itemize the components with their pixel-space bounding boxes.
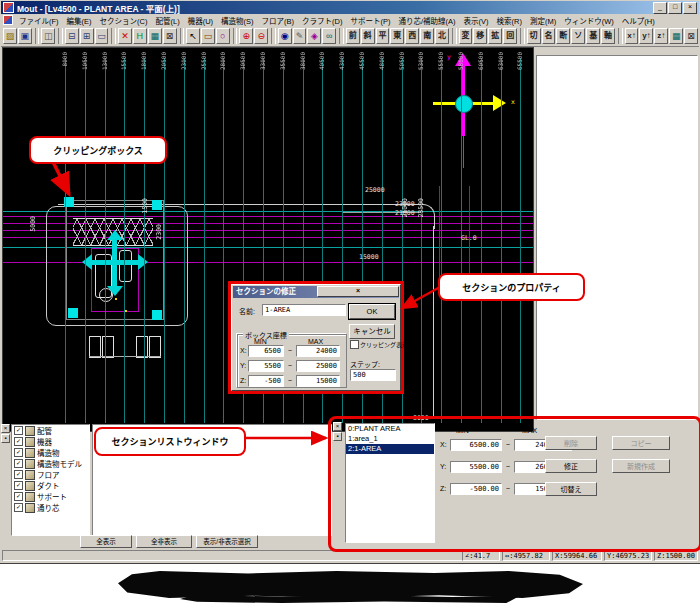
edit-button-0[interactable]: 変: [459, 28, 473, 44]
layer-checkbox[interactable]: ✓: [14, 481, 23, 490]
minimize-button[interactable]: _: [653, 2, 667, 14]
table-icon[interactable]: ▦: [148, 28, 162, 44]
section-button-4[interactable]: 切替え: [545, 482, 597, 496]
dialog-max-field[interactable]: 24000: [296, 345, 340, 357]
paste-icon[interactable]: ◫: [41, 28, 55, 44]
menu-item-5[interactable]: 構造物(S): [217, 15, 258, 26]
section-list-item-0[interactable]: 0:PLANT AREA: [346, 424, 434, 434]
section-list[interactable]: 0:PLANT AREA1:area_12:1-AREA: [345, 423, 435, 543]
ok-button[interactable]: OK: [349, 304, 395, 319]
save-icon[interactable]: ▣: [18, 28, 32, 44]
clipping-checkbox[interactable]: [350, 340, 359, 349]
menu-item-12[interactable]: 測定(M): [526, 15, 560, 26]
section-min-field[interactable]: -500.00: [450, 483, 502, 495]
close-button[interactable]: ×: [683, 2, 697, 14]
section-button-5[interactable]: 軸: [601, 28, 615, 44]
section-list-item-2[interactable]: 2:1-AREA: [346, 444, 434, 454]
dialog-min-field[interactable]: 5500: [248, 360, 284, 372]
edit-button-2[interactable]: 拡: [488, 28, 502, 44]
layer-checkbox[interactable]: ✓: [14, 492, 23, 501]
zoom-out-icon[interactable]: ⊖: [254, 28, 268, 44]
menu-item-10[interactable]: 表示(V): [460, 15, 493, 26]
step-field[interactable]: 500: [350, 369, 396, 381]
section-list-item-1[interactable]: 1:area_1: [346, 434, 434, 444]
maximize-button[interactable]: □: [668, 2, 682, 14]
section-button-1[interactable]: コピー: [612, 436, 670, 450]
cascade-icon[interactable]: ▭: [95, 28, 109, 44]
clipping-box-handle[interactable]: [152, 200, 162, 210]
table-icon[interactable]: ▦: [669, 28, 683, 44]
layer-button-1[interactable]: 全非表示: [136, 535, 192, 548]
section-button-2[interactable]: 修正: [545, 459, 597, 473]
dialog-title-bar[interactable]: セクションの修正 ×: [233, 286, 399, 298]
dock-pin-icon[interactable]: ▪: [1, 434, 10, 443]
layer-checkbox[interactable]: ✓: [14, 426, 23, 435]
layer-checkbox[interactable]: ✓: [14, 459, 23, 468]
dialog-close-icon[interactable]: ×: [317, 286, 399, 297]
tile-h-icon[interactable]: ⊟: [65, 28, 79, 44]
close-win-icon[interactable]: ⊠: [163, 28, 177, 44]
clipping-box-handle[interactable]: [152, 310, 162, 320]
view-button-0[interactable]: 前: [346, 28, 360, 44]
section-button-0[interactable]: 削除: [545, 436, 597, 450]
view-button-6[interactable]: 北: [435, 28, 449, 44]
dialog-min-field[interactable]: -500: [248, 375, 284, 387]
menu-item-13[interactable]: ウィンドウ(W): [560, 15, 618, 26]
dialog-min-field[interactable]: 6500: [248, 345, 284, 357]
rect-icon[interactable]: ▭: [201, 28, 215, 44]
name-field[interactable]: 1-AREA: [262, 304, 346, 316]
eye-icon[interactable]: ◉: [278, 28, 292, 44]
menu-item-3[interactable]: 配管(L): [152, 15, 184, 26]
edit-button-1[interactable]: 移: [473, 28, 487, 44]
menu-item-2[interactable]: セクション(C): [96, 15, 152, 26]
layer-button-2[interactable]: 表示/非表示選択: [196, 535, 258, 548]
section-button-1[interactable]: 名: [542, 28, 556, 44]
circle-icon[interactable]: ○: [216, 28, 230, 44]
menu-item-8[interactable]: サポート(P): [347, 15, 395, 26]
axis-button-0[interactable]: x↑: [625, 28, 639, 44]
menu-item-7[interactable]: クラフト(D): [298, 15, 346, 26]
view-button-2[interactable]: 平: [376, 28, 390, 44]
axis-button-1[interactable]: y↑: [639, 28, 653, 44]
delete-x-icon[interactable]: ✕: [118, 28, 132, 44]
layer-checkbox[interactable]: ✓: [14, 470, 23, 479]
layer-button-0[interactable]: 全表示: [80, 535, 132, 548]
section-button-3[interactable]: ソ: [571, 28, 585, 44]
menu-item-11[interactable]: 検索(R): [493, 15, 526, 26]
layer-checkbox[interactable]: ✓: [14, 503, 23, 512]
dialog-max-field[interactable]: 25000: [296, 360, 340, 372]
layer-checkbox[interactable]: ✓: [14, 437, 23, 446]
link-icon[interactable]: ∞: [322, 28, 336, 44]
menu-item-14[interactable]: ヘルプ(H): [618, 15, 659, 26]
grid-h-icon[interactable]: H: [133, 28, 147, 44]
section-min-field[interactable]: 5500.00: [450, 461, 502, 473]
view-button-4[interactable]: 西: [405, 28, 419, 44]
section-min-field[interactable]: 6500.00: [450, 439, 502, 451]
axis-button-2[interactable]: z↑: [654, 28, 668, 44]
tile-v-icon[interactable]: ⊞: [80, 28, 94, 44]
menu-item-1[interactable]: 編集(E): [63, 15, 96, 26]
dock-close-icon[interactable]: ×: [1, 424, 10, 433]
diamond-icon[interactable]: ◈: [307, 28, 321, 44]
cancel-button[interactable]: キャンセル: [349, 324, 395, 339]
section-button-4[interactable]: 基: [586, 28, 600, 44]
menu-item-9[interactable]: 通り芯/補助線(A): [395, 15, 460, 26]
pen-icon[interactable]: ✎: [293, 28, 307, 44]
zoom-in-icon[interactable]: ⊕: [239, 28, 253, 44]
view-button-1[interactable]: 斜: [361, 28, 375, 44]
edit-button-3[interactable]: 回: [503, 28, 517, 44]
clipping-box-handle[interactable]: [68, 308, 78, 318]
section-button-3[interactable]: 新規作成: [612, 459, 670, 473]
view-button-5[interactable]: 南: [420, 28, 434, 44]
menu-item-4[interactable]: 機器(U): [184, 15, 217, 26]
move-gizmo-horizontal[interactable]: [92, 260, 138, 265]
cursor-icon[interactable]: ↖: [186, 28, 200, 44]
menu-item-0[interactable]: ファイル(F): [15, 15, 63, 26]
view-button-3[interactable]: 東: [390, 28, 404, 44]
dialog-max-field[interactable]: 15000: [296, 375, 340, 387]
menu-item-6[interactable]: フロア(B): [258, 15, 299, 26]
section-button-2[interactable]: 断: [556, 28, 570, 44]
close-win-icon[interactable]: ⊠: [684, 28, 698, 44]
layer-checkbox[interactable]: ✓: [14, 448, 23, 457]
open-folder-icon[interactable]: ▨: [3, 28, 17, 44]
